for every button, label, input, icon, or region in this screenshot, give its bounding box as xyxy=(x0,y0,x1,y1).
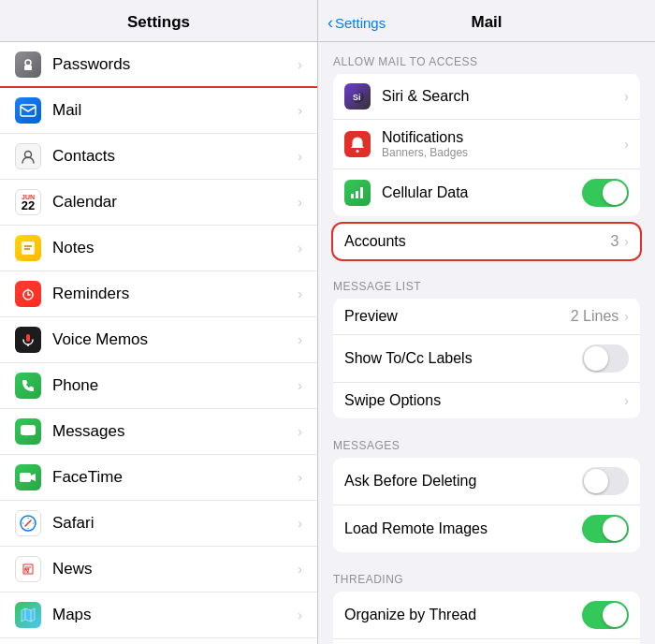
siri-label-group: Siri & Search xyxy=(382,88,624,105)
sidebar-item-passwords[interactable]: Passwords› xyxy=(0,42,317,88)
notifications-label: Notifications xyxy=(382,129,624,146)
accounts-value: 3 xyxy=(610,233,619,250)
mail-label: Mail xyxy=(52,101,298,120)
settings-item-organize-by-thread[interactable]: Organize by Thread xyxy=(333,592,640,639)
settings-item-preview[interactable]: Preview2 Lines› xyxy=(333,299,640,335)
show-tocc-toggle[interactable] xyxy=(582,344,629,373)
right-header: ‹ Settings Mail xyxy=(318,0,655,42)
mail-icon xyxy=(15,97,41,124)
accounts-group[interactable]: Accounts 3 › xyxy=(333,224,640,259)
cellular-toggle-knob xyxy=(603,181,627,205)
swipe-options-label-group: Swipe Options xyxy=(344,392,624,409)
contacts-chevron-icon: › xyxy=(298,149,302,164)
svg-point-27 xyxy=(357,150,359,153)
notes-label: Notes xyxy=(52,239,298,257)
left-panel: Settings Passwords›Mail›Contacts›JUN22Ca… xyxy=(0,0,318,644)
svg-rect-4 xyxy=(22,242,35,255)
message-list-section-label: MESSAGE LIST xyxy=(318,267,655,299)
sidebar-item-messages[interactable]: Messages› xyxy=(0,409,317,455)
sidebar-item-voicememos[interactable]: Voice Memos› xyxy=(0,317,317,363)
cellular-toggle[interactable] xyxy=(582,179,629,207)
preview-value: 2 Lines xyxy=(571,308,619,325)
mail-chevron-icon: › xyxy=(298,103,302,118)
messages-label: Messages xyxy=(52,422,298,441)
contacts-label: Contacts xyxy=(52,147,298,166)
sidebar-item-news[interactable]: NNews› xyxy=(0,547,317,593)
sidebar-item-phone[interactable]: Phone› xyxy=(0,363,317,409)
sidebar-item-contacts[interactable]: Contacts› xyxy=(0,134,317,180)
settings-item-ask-before-deleting[interactable]: Ask Before Deleting xyxy=(333,458,640,505)
svg-point-0 xyxy=(25,60,31,66)
cellular-label-group: Cellular Data xyxy=(382,184,582,201)
organize-by-thread-toggle-knob xyxy=(603,603,627,627)
back-chevron-icon: ‹ xyxy=(328,13,333,33)
maps-chevron-icon: › xyxy=(298,607,302,622)
settings-item-notifications[interactable]: NotificationsBanners, Badges› xyxy=(333,120,640,169)
news-chevron-icon: › xyxy=(298,562,302,577)
accounts-item[interactable]: Accounts 3 › xyxy=(333,224,640,259)
facetime-icon xyxy=(15,464,41,490)
messages-icon xyxy=(15,418,41,445)
voicememos-icon xyxy=(15,327,41,353)
sidebar-item-reminders[interactable]: Reminders› xyxy=(0,271,317,317)
safari-chevron-icon: › xyxy=(298,516,302,531)
show-tocc-label: Show To/Cc Labels xyxy=(344,350,582,367)
sidebar-item-maps[interactable]: Maps› xyxy=(0,593,317,638)
organize-by-thread-toggle[interactable] xyxy=(582,601,629,629)
calendar-label: Calendar xyxy=(52,193,298,212)
settings-item-cellular[interactable]: Cellular Data xyxy=(333,169,640,216)
ask-before-deleting-toggle-knob xyxy=(584,469,608,493)
settings-item-collapse-read[interactable]: Collapse Read Messages xyxy=(333,639,640,644)
maps-label: Maps xyxy=(52,606,298,624)
safari-label: Safari xyxy=(52,514,298,533)
settings-item-show-tocc[interactable]: Show To/Cc Labels xyxy=(333,335,640,383)
svg-rect-13 xyxy=(21,425,36,435)
settings-item-siri[interactable]: SiSiri & Search› xyxy=(333,74,640,120)
facetime-chevron-icon: › xyxy=(298,470,302,485)
notes-chevron-icon: › xyxy=(298,241,302,256)
voicememos-label: Voice Memos xyxy=(52,330,298,349)
messages-section-label: MESSAGES xyxy=(318,426,655,458)
siri-icon: Si xyxy=(344,83,371,110)
preview-chevron-icon: › xyxy=(624,309,629,324)
news-label: News xyxy=(52,560,298,578)
threading-group: Organize by ThreadCollapse Read Messages… xyxy=(333,592,640,644)
news-icon: N xyxy=(15,556,41,582)
settings-item-swipe-options[interactable]: Swipe Options› xyxy=(333,383,640,418)
svg-rect-1 xyxy=(24,66,32,70)
reminders-icon xyxy=(15,281,41,307)
messages-chevron-icon: › xyxy=(298,424,302,439)
show-tocc-label-group: Show To/Cc Labels xyxy=(344,350,582,367)
load-remote-images-toggle-knob xyxy=(603,517,627,541)
maps-icon xyxy=(15,602,41,628)
sidebar-item-safari[interactable]: Safari› xyxy=(0,501,317,547)
messages-group: Ask Before DeletingLoad Remote Images xyxy=(333,458,640,552)
left-header-title: Settings xyxy=(127,13,190,31)
calendar-icon: JUN22 xyxy=(15,189,41,215)
show-tocc-toggle-knob xyxy=(584,346,608,371)
reminders-label: Reminders xyxy=(52,285,298,303)
svg-marker-17 xyxy=(22,608,35,622)
svg-rect-2 xyxy=(21,105,36,116)
sidebar-item-compass[interactable]: Compass› xyxy=(0,638,317,644)
sidebar-item-calendar[interactable]: JUN22Calendar› xyxy=(0,180,317,226)
notifications-chevron-icon: › xyxy=(624,137,629,152)
settings-item-load-remote-images[interactable]: Load Remote Images xyxy=(333,505,640,552)
svg-text:N: N xyxy=(24,567,29,574)
allow-access-group: SiSiri & Search›NotificationsBanners, Ba… xyxy=(333,74,640,216)
message-list-group: Preview2 Lines›Show To/Cc LabelsSwipe Op… xyxy=(333,299,640,418)
passwords-chevron-icon: › xyxy=(298,57,302,72)
phone-chevron-icon: › xyxy=(298,378,302,393)
contacts-icon xyxy=(15,143,41,169)
ask-before-deleting-toggle[interactable] xyxy=(582,467,629,495)
load-remote-images-toggle[interactable] xyxy=(582,515,629,543)
back-label: Settings xyxy=(335,15,386,31)
back-button[interactable]: ‹ Settings xyxy=(328,13,386,33)
sidebar-item-mail[interactable]: Mail› xyxy=(0,88,317,134)
sidebar-item-facetime[interactable]: FaceTime› xyxy=(0,455,317,501)
swipe-options-chevron-icon: › xyxy=(624,393,629,408)
notifications-label-group: NotificationsBanners, Badges xyxy=(382,129,624,159)
svg-rect-28 xyxy=(351,194,354,198)
svg-rect-29 xyxy=(356,191,358,198)
sidebar-item-notes[interactable]: Notes› xyxy=(0,226,317,271)
